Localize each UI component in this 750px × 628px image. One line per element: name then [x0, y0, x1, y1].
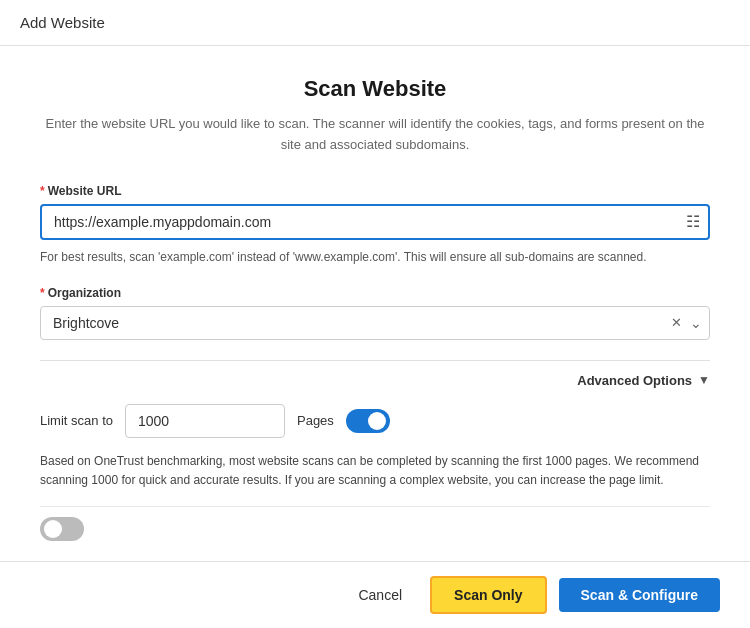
org-select-wrapper: Brightcove ✕ ⌄: [40, 306, 710, 340]
advanced-options-row: Advanced Options ▼: [40, 361, 710, 404]
cancel-button[interactable]: Cancel: [342, 579, 418, 611]
page-title: Add Website: [20, 14, 105, 31]
url-field-hint: For best results, scan 'example.com' ins…: [40, 248, 710, 266]
required-star: *: [40, 184, 45, 198]
content-area: Scan Website Enter the website URL you w…: [0, 46, 750, 561]
footer-bar: Cancel Scan Only Scan & Configure: [0, 561, 750, 628]
org-clear-button[interactable]: ✕: [671, 315, 682, 330]
advanced-options-chevron-icon[interactable]: ▼: [698, 373, 710, 387]
scan-subtitle: Enter the website URL you would like to …: [40, 114, 710, 156]
url-field-label: * Website URL: [40, 184, 710, 198]
second-toggle-row: [40, 506, 710, 541]
scan-only-button[interactable]: Scan Only: [430, 576, 546, 614]
benchmark-text: Based on OneTrust benchmarking, most web…: [40, 452, 710, 490]
second-toggle[interactable]: [40, 517, 84, 541]
pages-label: Pages: [297, 413, 334, 428]
pages-toggle[interactable]: [346, 409, 390, 433]
limit-scan-input[interactable]: [125, 404, 285, 438]
org-select[interactable]: Brightcove: [40, 306, 710, 340]
org-field-group: * Organization Brightcove ✕ ⌄: [40, 286, 710, 340]
org-field-label: * Organization: [40, 286, 710, 300]
url-input-wrapper: ☷: [40, 204, 710, 240]
modal-body: Scan Website Enter the website URL you w…: [0, 46, 750, 628]
org-required-star: *: [40, 286, 45, 300]
advanced-options-label[interactable]: Advanced Options: [577, 373, 692, 388]
url-icon: ☷: [686, 212, 700, 231]
title-bar: Add Website: [0, 0, 750, 46]
url-input[interactable]: [40, 204, 710, 240]
scan-configure-button[interactable]: Scan & Configure: [559, 578, 720, 612]
pages-toggle-slider: [346, 409, 390, 433]
url-field-group: * Website URL ☷ For best results, scan '…: [40, 184, 710, 266]
second-toggle-slider: [40, 517, 84, 541]
limit-scan-label: Limit scan to: [40, 413, 113, 428]
scan-heading: Scan Website: [40, 76, 710, 102]
limit-scan-row: Limit scan to Pages: [40, 404, 710, 438]
